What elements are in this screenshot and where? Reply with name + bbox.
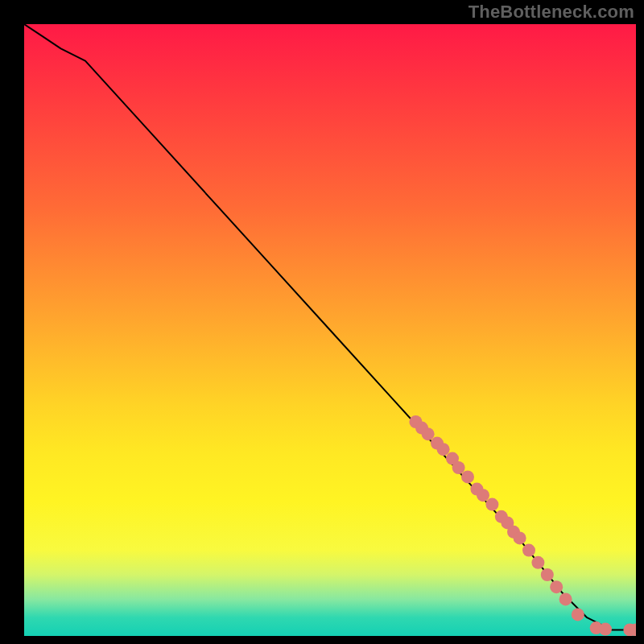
marker-point	[599, 623, 612, 636]
marker-point	[559, 592, 572, 605]
marker-point	[572, 608, 584, 621]
marker-point	[477, 489, 489, 502]
chart-overlay	[24, 24, 636, 636]
curve-line	[24, 24, 636, 630]
plot-area	[24, 24, 636, 636]
marker-point	[550, 580, 563, 593]
chart-frame: TheBottleneck.com	[0, 0, 644, 644]
marker-cluster	[409, 415, 636, 636]
marker-point	[422, 427, 435, 440]
marker-point	[514, 531, 526, 544]
marker-point	[522, 544, 535, 557]
marker-point	[461, 470, 474, 483]
marker-point	[531, 556, 544, 569]
marker-point	[452, 461, 465, 474]
watermark-text: TheBottleneck.com	[469, 2, 634, 23]
marker-point	[541, 568, 554, 581]
marker-point	[437, 443, 450, 456]
marker-point	[485, 498, 498, 511]
